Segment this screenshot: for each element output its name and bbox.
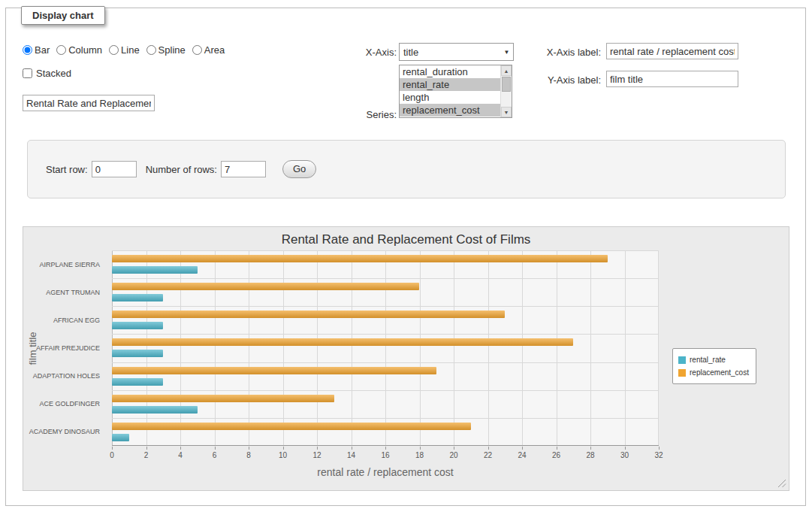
bar-rental_rate[interactable] [112, 434, 129, 441]
gridline [488, 250, 489, 445]
x-tick-label: 4 [171, 451, 190, 459]
chart-type-option-spline[interactable]: Spline [146, 44, 186, 56]
bar-rental_rate[interactable] [112, 294, 163, 301]
tick-mark [146, 447, 147, 450]
chart-type-option-label: Line [121, 44, 140, 56]
legend-label-replacement_cost: replacement_cost [690, 368, 749, 377]
x-tick-label: 28 [581, 451, 600, 459]
chart-type-radio-bar[interactable] [23, 45, 32, 55]
bar-replacement_cost[interactable] [112, 338, 573, 346]
tick-mark [180, 447, 181, 450]
gridline [283, 250, 284, 445]
scrollbar[interactable]: ▲ ▼ [500, 65, 512, 117]
tick-mark [249, 447, 249, 450]
chart-type-option-bar[interactable]: Bar [23, 44, 50, 56]
start-row-label: Start row: [46, 164, 88, 175]
display-chart-panel: Display chart BarColumnLineSplineArea St… [5, 8, 806, 506]
category-label: AIRPLANE SIERRA [23, 250, 106, 278]
tick-mark [454, 447, 454, 450]
tick-mark [352, 447, 352, 450]
gridline [249, 250, 249, 445]
tick-mark [625, 447, 626, 450]
bar-replacement_cost[interactable] [112, 283, 419, 290]
bar-rental_rate[interactable] [112, 266, 198, 274]
gridline [112, 306, 659, 307]
resize-handle-icon[interactable] [777, 479, 786, 488]
gridline [420, 250, 421, 445]
category-label: ACE GOLDFINGER [23, 390, 106, 418]
x-tick-label: 22 [478, 451, 498, 459]
tick-mark [557, 447, 557, 450]
bar-rental_rate[interactable] [112, 406, 198, 414]
bar-rental_rate[interactable] [112, 350, 163, 357]
bar-rental_rate[interactable] [112, 378, 163, 386]
chart-type-radio-area[interactable] [192, 45, 202, 55]
series-option-replacement_cost[interactable]: replacement_cost [400, 104, 512, 117]
chart-type-radio-column[interactable] [56, 45, 66, 55]
go-button[interactable]: Go [282, 160, 316, 178]
number-of-rows-label: Number of rows: [146, 164, 217, 175]
chart-type-radio-line[interactable] [109, 45, 119, 55]
chart-type-option-line[interactable]: Line [109, 44, 140, 56]
gridline [112, 250, 113, 445]
scroll-down-icon[interactable]: ▼ [501, 107, 512, 117]
chart-type-option-area[interactable]: Area [192, 44, 225, 56]
tick-mark [659, 447, 660, 450]
tick-mark [385, 447, 386, 450]
bar-replacement_cost[interactable] [112, 255, 608, 262]
stacked-checkbox[interactable] [23, 68, 32, 78]
bar-replacement_cost[interactable] [112, 395, 334, 402]
chart-type-option-label: Column [68, 44, 102, 56]
series-option-length[interactable]: length [400, 91, 512, 104]
x-tick-label: 16 [376, 451, 395, 459]
x-tick-label: 12 [307, 451, 327, 459]
bar-replacement_cost[interactable] [112, 423, 471, 430]
plot-area [112, 250, 659, 446]
chart-type-radio-spline[interactable] [146, 45, 156, 55]
y-axis-label-input[interactable] [606, 71, 738, 87]
gridline [112, 250, 659, 251]
tick-mark [590, 447, 591, 450]
gridline [146, 250, 147, 445]
bar-rental_rate[interactable] [112, 322, 163, 329]
legend-item-replacement_cost[interactable]: replacement_cost [678, 366, 749, 379]
gridline [112, 390, 659, 391]
number-of-rows-input[interactable] [221, 161, 266, 177]
gridline [557, 250, 557, 445]
gridline [180, 250, 181, 445]
stacked-checkbox-row[interactable]: Stacked [23, 68, 71, 79]
x-axis-label-label: X-Axis label: [487, 47, 601, 58]
x-tick-label: 2 [137, 451, 156, 459]
x-tick-label: 6 [205, 451, 225, 459]
x-tick-label: 8 [239, 451, 258, 459]
rows-panel: Start row: Number of rows: Go [27, 140, 786, 198]
gridline [215, 250, 216, 445]
chart-type-radiogroup: BarColumnLineSplineArea [23, 44, 231, 56]
chart-type-option-column[interactable]: Column [56, 44, 102, 56]
y-axis-label-label: Y-Axis label: [487, 74, 601, 86]
legend-swatch-rental_rate [678, 356, 686, 364]
chart-type-option-label: Bar [35, 44, 50, 56]
tick-mark [488, 447, 489, 450]
gridline [112, 278, 659, 279]
tick-mark [215, 447, 216, 450]
bar-replacement_cost[interactable] [112, 311, 505, 318]
series-listbox[interactable]: rental_durationrental_ratelengthreplacem… [399, 65, 512, 118]
x-axis-label-input[interactable] [606, 43, 738, 59]
category-label: ADAPTATION HOLES [23, 362, 106, 390]
display-chart-tab: Display chart [21, 6, 105, 25]
legend-item-rental_rate[interactable]: rental_rate [678, 353, 749, 366]
gridline [352, 250, 352, 445]
gridline [625, 250, 626, 445]
x-tick-label: 20 [444, 451, 463, 459]
chart-title-input[interactable] [23, 95, 155, 111]
bar-replacement_cost[interactable] [112, 367, 436, 374]
legend-label-rental_rate: rental_rate [690, 356, 726, 364]
gridline [658, 250, 659, 445]
legend-swatch-replacement_cost [678, 369, 686, 377]
gridline [522, 250, 523, 445]
start-row-input[interactable] [92, 161, 137, 177]
chart-title: Rental Rate and Replacement Cost of Film… [23, 232, 789, 247]
category-label: ACADEMY DINOSAUR [23, 418, 106, 446]
x-tick-label: 0 [102, 451, 122, 459]
